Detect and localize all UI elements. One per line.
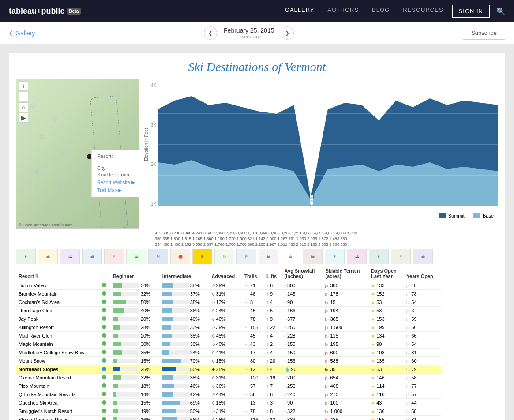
cell-dot <box>99 416 110 420</box>
search-icon[interactable]: 🔍 <box>496 7 505 15</box>
advanced-diamond-icon: ◇ <box>212 350 215 355</box>
nav-authors[interactable]: AUTHORS <box>328 7 359 15</box>
days-star-icon: ★ <box>371 342 375 347</box>
days-star-icon: ★ <box>371 367 375 372</box>
resort-logo-15[interactable]: 🎿 <box>347 249 367 264</box>
cell-advanced: ◇ 39% <box>209 323 242 332</box>
resort-logo-7[interactable]: M <box>148 249 168 264</box>
next-arrow-button[interactable]: ❯ <box>281 26 294 40</box>
days-star-icon: ★ <box>371 401 375 405</box>
cell-lifts: ↑ 4 <box>264 298 282 307</box>
prev-arrow-button[interactable]: ❮ <box>204 26 217 40</box>
cell-snowfall: • 90 <box>282 298 323 307</box>
table-row[interactable]: Stowe Mountain Resort 16% 56% ◇ 28% ⋯ 11… <box>16 416 441 420</box>
snowflake-icon: ❄ <box>56 185 63 195</box>
nav-resources[interactable]: RESOURCES <box>403 7 443 15</box>
years-play-icon: ▷ <box>406 367 410 372</box>
trail-map-link[interactable]: Trail Map ▶ <box>97 188 139 193</box>
years-play-icon: ▷ <box>406 409 410 414</box>
cell-dot <box>99 374 110 382</box>
table-row[interactable]: Hermitage Club 40% 36% ◇ 24% ⋯ 45 <box>16 307 441 315</box>
cell-years: ▷ 78 <box>404 290 441 298</box>
map-container[interactable]: ❄ ❄ ❄ ❄ ❄ ❄ Resort: Northeast Slopes <box>16 79 139 229</box>
snowfall-icon: • <box>285 334 286 338</box>
table-row[interactable]: Quechee Ski Area 15% 69% ◇ 15% ⋯ 13 <box>16 399 441 407</box>
snowfall-icon: • <box>285 392 286 397</box>
table-row[interactable]: Northeast Slopes 25% 50% ◆ 25% ⋯ 12 <box>16 365 441 374</box>
advanced-pct: 15% <box>216 400 226 405</box>
th-snowfall: Avg Snowfall(inches) <box>282 266 323 281</box>
resort-logo-1[interactable]: ⛷ <box>16 249 36 264</box>
years-value: 58 <box>411 375 416 380</box>
resort-logo-4[interactable]: 🏔 <box>82 249 102 264</box>
resort-logo-18[interactable]: 🏔 <box>413 249 433 264</box>
resort-dot <box>102 417 106 420</box>
th-resort[interactable]: Resort ⇅ <box>16 266 99 281</box>
cell-dot <box>99 323 110 332</box>
cell-beginner: 15% <box>110 399 160 407</box>
trails-value: 120 <box>250 375 258 380</box>
days-star-icon: ★ <box>371 317 375 322</box>
table-row[interactable]: Cochran's Ski Area 50% 38% ◇ 13% ⋯ 8 <box>16 298 441 307</box>
resort-logo-2[interactable]: 🏔 <box>38 249 58 264</box>
nav-blog[interactable]: BLOG <box>372 7 390 15</box>
table-row[interactable]: Bolton Valley 34% 38% ◇ 29% ⋯ 71 <box>16 281 441 290</box>
terrain-value: 1,509 <box>330 325 342 330</box>
table-row[interactable]: Mad River Glen 20% 35% ◇ 45% ⋯ 45 <box>16 332 441 340</box>
trails-icon: ⋯ <box>244 292 249 296</box>
viz-title: Ski Destinations of Vermont <box>16 60 498 74</box>
snowfall-value: 250 <box>287 325 295 330</box>
resort-logo-9[interactable]: ⛷ <box>214 249 234 264</box>
nav-gallery[interactable]: GALLERY <box>285 7 315 15</box>
resort-logo-12[interactable]: ⛰ <box>281 249 300 264</box>
table-row[interactable]: Okemo Mountain Resort 32% 38% ◇ 31% ⋯ 12… <box>16 374 441 382</box>
cell-advanced: ◇ 15% <box>209 399 242 407</box>
table-row[interactable]: Killington Resort 28% 33% ◇ 39% ⋯ 155 <box>16 323 441 332</box>
trails-icon: ⋯ <box>244 392 249 397</box>
table-row[interactable]: Pico Mountain 18% 46% ◇ 36% ⋯ 57 <box>16 382 441 390</box>
cell-trails: ⋯ 46 <box>242 290 264 298</box>
days-value: 155 <box>376 417 384 420</box>
cell-advanced: ◇ 44% <box>209 390 242 399</box>
tooltip-resort-label: Resort: <box>97 154 139 164</box>
resort-logo-11[interactable]: 🏔 <box>259 249 278 264</box>
resort-logo-6[interactable]: ⛰ <box>126 249 146 264</box>
resort-logo-17[interactable]: ≡ <box>391 249 411 264</box>
elevation-chart[interactable] <box>158 83 498 206</box>
resort-logo-5[interactable]: ❄ <box>104 249 124 264</box>
cell-years: ▷ 3 <box>404 307 441 315</box>
zoom-in-button[interactable]: + <box>19 81 28 91</box>
zoom-out-button[interactable]: − <box>19 92 28 101</box>
subscribe-button[interactable]: Subscribe <box>463 26 505 40</box>
resort-website-link[interactable]: Resort Website ▶ <box>97 180 139 185</box>
resort-logo-13[interactable]: 🏔 <box>303 249 323 264</box>
resort-logo-3[interactable]: 🎿 <box>60 249 80 264</box>
resort-logo-8[interactable]: 🔴 <box>170 249 190 264</box>
table-row[interactable]: Q Burke Mountain Resorts 14% 42% ◇ 44% ⋯… <box>16 390 441 399</box>
table-row[interactable]: Magic Mountain 30% 30% ◇ 40% ⋯ 43 <box>16 340 441 349</box>
sign-in-button[interactable]: SIGN IN <box>452 5 490 18</box>
resort-logo-10[interactable]: 🏳 <box>236 249 256 264</box>
resort-logo-selected[interactable]: ⬟ <box>192 249 212 264</box>
trails-icon: ⋯ <box>244 308 249 313</box>
table-row[interactable]: Jay Peak 20% 40% ◇ 40% ⋯ 78 <box>16 315 441 323</box>
table-row[interactable]: Mount Snow 15% 70% ◇ 15% ⋯ 80 <box>16 357 441 365</box>
pan-button[interactable]: ▶ <box>19 113 28 123</box>
advanced-pct: 24% <box>216 308 226 313</box>
snowfall-value: 150 <box>287 350 295 355</box>
days-star-icon: ★ <box>371 375 375 380</box>
intermediate-pct: 42% <box>190 392 200 397</box>
table-row[interactable]: Middlebury College Snow Bowl 35% 24% ◇ 4… <box>16 349 441 357</box>
table-row[interactable]: Smuggler's Notch Resort 19% 50% ◇ 31% ⋯ … <box>16 407 441 416</box>
advanced-pct: 31% <box>216 375 226 380</box>
intermediate-pct: 36% <box>190 308 200 313</box>
intermediate-pct: 69% <box>190 400 200 405</box>
snowfall-value: 333 <box>287 417 295 420</box>
advanced-pct: 41% <box>216 350 226 355</box>
home-button[interactable]: ⌂ <box>19 102 28 112</box>
table-row[interactable]: Bromley Mountain 32% 37% ◇ 31% ⋯ 46 <box>16 290 441 298</box>
gallery-link[interactable]: Gallery <box>15 30 35 37</box>
resort-logo-14[interactable]: ❄ <box>325 249 345 264</box>
resort-logo-16[interactable]: ⛷ <box>369 249 389 264</box>
days-star-icon: ★ <box>371 334 375 338</box>
